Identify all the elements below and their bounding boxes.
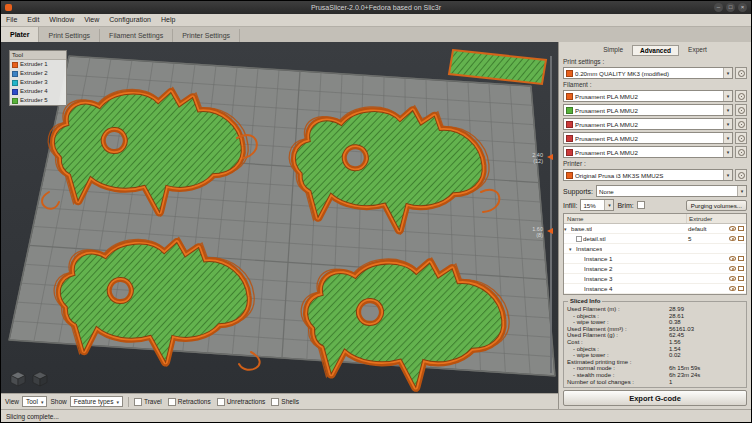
visibility-eye-icon[interactable]: [729, 276, 736, 281]
brim-checkbox[interactable]: [637, 201, 645, 209]
slider-handle-arrow-icon[interactable]: [547, 154, 553, 160]
filament-select[interactable]: Prusament PLA MMU2: [563, 90, 733, 102]
sliced-info-row: Used Filament (m) : 28.99: [567, 306, 743, 313]
view-cube-icon[interactable]: [9, 370, 27, 388]
chevron-down-icon[interactable]: [737, 186, 746, 196]
print-settings-select[interactable]: 0.20mm QUALITY MK3 (modified): [563, 67, 733, 79]
export-gcode-button[interactable]: Export G-code: [563, 390, 747, 406]
status-text: Slicing complete...: [6, 413, 59, 420]
minimize-button[interactable]: –: [714, 3, 723, 12]
menu-item[interactable]: View: [79, 14, 104, 26]
visibility-eye-icon[interactable]: [729, 266, 736, 271]
printable-icon[interactable]: [738, 256, 744, 261]
object-extruder[interactable]: default: [686, 225, 722, 232]
feature-checkbox[interactable]: [134, 398, 142, 406]
chevron-down-icon[interactable]: [723, 68, 732, 78]
chevron-down-icon[interactable]: [723, 105, 732, 115]
object-list-row[interactable]: detail.stl 5: [564, 234, 746, 244]
feature-toggle[interactable]: Shells: [271, 398, 299, 406]
printable-icon[interactable]: [738, 276, 744, 281]
slider-handle-arrow-icon[interactable]: [547, 228, 553, 234]
info-label: Used Filament (mm³) :: [567, 326, 669, 333]
visibility-eye-icon[interactable]: [729, 256, 736, 261]
settings-tab[interactable]: Plater: [1, 27, 39, 42]
sliced-info-row: - objects : 1.54: [567, 346, 743, 353]
object-list-row[interactable]: Instance 3: [564, 274, 746, 284]
printable-icon[interactable]: [738, 226, 744, 231]
printable-icon[interactable]: [738, 236, 744, 241]
view-select[interactable]: Tool: [22, 396, 47, 407]
object-list-row[interactable]: ▾ base.stl default: [564, 224, 746, 234]
visibility-eye-icon[interactable]: [729, 226, 736, 231]
view-gizmo[interactable]: [9, 370, 49, 388]
filament-edit-button[interactable]: [735, 132, 747, 144]
object-list-row[interactable]: Instance 1: [564, 254, 746, 264]
printer-select[interactable]: Original Prusa i3 MK3S MMU2S: [563, 169, 733, 181]
feature-toggle-label: Shells: [281, 398, 299, 405]
settings-tab[interactable]: Print Settings: [39, 29, 100, 42]
settings-tab[interactable]: Printer Settings: [173, 29, 240, 42]
chevron-down-icon[interactable]: [723, 119, 732, 129]
view-cube-icon[interactable]: [31, 370, 49, 388]
object-extruder[interactable]: 5: [686, 235, 722, 242]
expander-arrow-icon[interactable]: ▾: [569, 246, 575, 252]
filament-edit-button[interactable]: [735, 104, 747, 116]
filament-select[interactable]: Prusament PLA MMU2: [563, 118, 733, 130]
visibility-eye-icon[interactable]: [729, 236, 736, 241]
chevron-down-icon[interactable]: [723, 91, 732, 101]
layer-slider-handle[interactable]: 1.60 (8): [532, 226, 543, 238]
chevron-down-icon[interactable]: [604, 200, 613, 210]
infill-select[interactable]: 15%: [580, 199, 614, 211]
wipe-tower[interactable]: [449, 50, 546, 84]
feature-toggle[interactable]: Unretractions: [217, 398, 266, 406]
mode-tab[interactable]: Advanced: [632, 45, 679, 56]
settings-tab[interactable]: Filament Settings: [100, 29, 173, 42]
supports-select[interactable]: None: [596, 185, 747, 197]
purging-volumes-button[interactable]: Purging volumes...: [686, 200, 747, 211]
menu-item[interactable]: File: [1, 14, 22, 26]
object-list-row[interactable]: ▾ Instances: [564, 244, 746, 254]
gcode-preview-viewport[interactable]: GINA PRUSA: [1, 42, 558, 393]
info-value: 6h 15m 59s: [669, 365, 743, 372]
info-value: [669, 359, 743, 366]
expander-arrow-icon[interactable]: ▾: [564, 226, 570, 232]
printable-icon[interactable]: [738, 266, 744, 271]
layer-slider-track[interactable]: [550, 56, 552, 373]
info-label: - objects :: [567, 346, 669, 353]
feature-toggle[interactable]: Travel: [134, 398, 162, 406]
show-select[interactable]: Feature types: [70, 396, 123, 407]
gear-icon: [738, 172, 745, 179]
filament-select[interactable]: Prusament PLA MMU2: [563, 104, 733, 116]
maximize-button[interactable]: □: [726, 3, 735, 12]
layer-slider-handle[interactable]: 2.40 (12): [532, 152, 543, 164]
filament-edit-button[interactable]: [735, 146, 747, 158]
layer-slider[interactable]: 2.40 (12) 1.60 (8): [545, 56, 555, 373]
filament-select[interactable]: Prusament PLA MMU2: [563, 132, 733, 144]
object-list-row[interactable]: Instance 2: [564, 264, 746, 274]
printable-icon[interactable]: [738, 286, 744, 291]
filament-edit-button[interactable]: [735, 118, 747, 130]
menu-item[interactable]: Configuration: [104, 14, 156, 26]
filament-select[interactable]: Prusament PLA MMU2: [563, 146, 733, 158]
print-settings-edit-button[interactable]: [735, 67, 747, 79]
menu-item[interactable]: Edit: [22, 14, 44, 26]
row-checkbox[interactable]: [576, 236, 582, 242]
chevron-down-icon[interactable]: [723, 170, 732, 180]
object-list-row[interactable]: Instance 4: [564, 284, 746, 294]
close-button[interactable]: ×: [738, 3, 747, 12]
feature-checkbox[interactable]: [271, 398, 279, 406]
menu-item[interactable]: Help: [156, 14, 180, 26]
feature-checkbox[interactable]: [168, 398, 176, 406]
feature-checkbox[interactable]: [217, 398, 225, 406]
mode-tab[interactable]: Expert: [681, 45, 714, 56]
chevron-down-icon[interactable]: [723, 147, 732, 157]
feature-toggle[interactable]: Retractions: [168, 398, 211, 406]
visibility-eye-icon[interactable]: [729, 286, 736, 291]
menu-item[interactable]: Window: [44, 14, 79, 26]
chevron-down-icon[interactable]: [723, 133, 732, 143]
object-name: Instance 2: [584, 265, 613, 272]
show-label: Show: [50, 398, 66, 405]
printer-edit-button[interactable]: [735, 169, 747, 181]
mode-tab[interactable]: Simple: [596, 45, 630, 56]
filament-edit-button[interactable]: [735, 90, 747, 102]
